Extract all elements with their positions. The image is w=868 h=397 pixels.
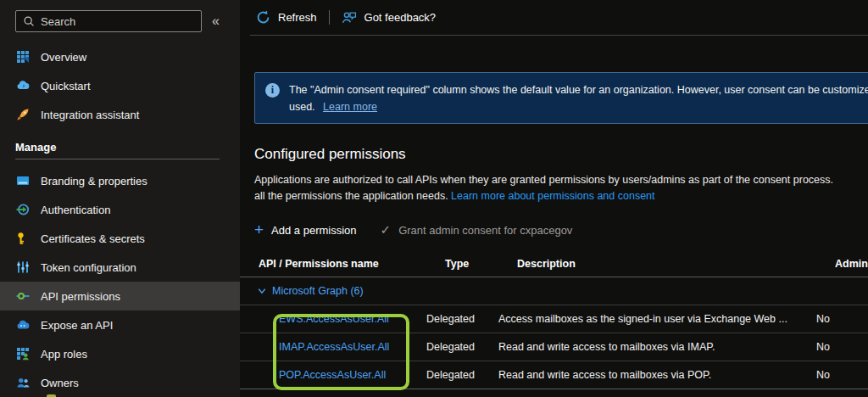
branding-icon xyxy=(16,174,30,187)
add-permission-label: Add a permission xyxy=(271,224,356,237)
sidebar-item-label: Certificates & secrets xyxy=(41,232,145,245)
sidebar: « Overview Quickstart xyxy=(0,0,240,397)
header-api-permissions-name: API / Permissions name xyxy=(259,258,445,270)
info-banner-text: The "Admin consent required" column show… xyxy=(289,81,868,115)
sidebar-item-label: API permissions xyxy=(41,290,120,303)
permission-admin-consent: No xyxy=(816,313,868,325)
sidebar-item-api-permissions[interactable]: API permissions xyxy=(0,282,240,310)
refresh-icon xyxy=(256,10,270,25)
add-permission-button[interactable]: + Add a permission xyxy=(254,223,357,237)
sidebar-item-label: Token configuration xyxy=(41,261,136,274)
info-banner-line2: used. Learn more xyxy=(289,98,868,115)
permissions-consent-link[interactable]: Learn more about permissions and consent xyxy=(451,190,654,202)
toolbar-bottom-divider xyxy=(250,35,868,36)
permission-admin-consent: No xyxy=(816,369,868,381)
permission-admin-consent: No xyxy=(816,341,868,353)
grant-admin-consent-button[interactable]: ✓ Grant admin consent for cxpacegov xyxy=(381,222,573,238)
table-row[interactable]: EWS.AccessAsUser.All Delegated Access ma… xyxy=(240,305,868,333)
feedback-icon xyxy=(342,10,357,25)
sidebar-item-integration-assistant[interactable]: Integration assistant xyxy=(0,100,240,129)
overview-grid-icon xyxy=(16,50,30,64)
chevron-down-icon xyxy=(257,286,267,296)
info-banner-line2-text: used. xyxy=(289,101,315,113)
sidebar-item-label: Overview xyxy=(41,51,86,64)
expose-api-cloud-icon xyxy=(16,318,30,332)
description-line2-text: all the permissions the application need… xyxy=(254,190,451,202)
permission-link-ews[interactable]: EWS.AccessAsUser.All xyxy=(279,313,389,325)
sidebar-item-expose-an-api[interactable]: Expose an API xyxy=(0,310,240,339)
header-description: Description xyxy=(517,258,835,270)
feedback-label: Got feedback? xyxy=(364,11,437,24)
sidebar-item-label: App roles xyxy=(41,348,87,361)
sidebar-item-label: Branding & properties xyxy=(41,175,147,187)
permission-link-imap[interactable]: IMAP.AccessAsUser.All xyxy=(279,341,389,353)
permission-description: Access mailboxes as the signed-in user v… xyxy=(498,313,816,325)
description-line1: Applications are authorized to call APIs… xyxy=(254,172,868,188)
sidebar-item-authentication[interactable]: Authentication xyxy=(0,195,240,224)
header-type: Type xyxy=(445,258,517,270)
page-title: Configured permissions xyxy=(254,146,406,163)
refresh-button[interactable]: Refresh xyxy=(256,10,317,25)
table-row[interactable]: IMAP.AccessAsUser.All Delegated Read and… xyxy=(240,333,868,361)
sidebar-item-token-configuration[interactable]: Token configuration xyxy=(0,253,240,282)
app-roles-icon xyxy=(16,347,30,361)
quickstart-cloud-icon xyxy=(16,79,30,92)
sidebar-item-app-roles[interactable]: App roles xyxy=(0,339,240,368)
collapse-sidebar-icon[interactable]: « xyxy=(212,14,220,29)
description-line2: all the permissions the application need… xyxy=(254,188,868,204)
owners-people-icon xyxy=(16,376,30,389)
sidebar-item-label: Authentication xyxy=(41,204,110,216)
sidebar-item-quickstart[interactable]: Quickstart xyxy=(0,71,240,100)
sidebar-item-label: Expose an API xyxy=(41,319,113,332)
permission-description: Read and write access to mailboxes via P… xyxy=(498,369,816,381)
toolbar-divider xyxy=(329,10,330,25)
checkmark-icon: ✓ xyxy=(381,222,392,238)
info-banner-line1: The "Admin consent required" column show… xyxy=(289,81,868,98)
search-icon xyxy=(23,15,35,27)
sidebar-nav-top: Overview Quickstart Integration assistan… xyxy=(0,42,240,129)
refresh-label: Refresh xyxy=(278,11,317,24)
integration-assistant-rocket-icon xyxy=(16,108,30,121)
sidebar-search-row: « xyxy=(0,0,240,36)
sidebar-item-branding-properties[interactable]: Branding & properties xyxy=(0,166,240,195)
api-permissions-icon xyxy=(16,289,30,303)
permissions-table: API / Permissions name Type Description … xyxy=(240,251,868,389)
sliders-icon xyxy=(16,260,30,274)
sidebar-nav-manage: Branding & properties Authentication Cer… xyxy=(0,166,240,397)
table-commands: + Add a permission ✓ Grant admin consent… xyxy=(254,222,572,238)
permission-type: Delegated xyxy=(426,341,498,353)
key-icon xyxy=(16,232,30,245)
table-header-row: API / Permissions name Type Description … xyxy=(240,251,868,277)
sidebar-item-label: Owners xyxy=(41,377,79,389)
search-box[interactable] xyxy=(15,10,202,32)
permission-description: Read and write access to mailboxes via I… xyxy=(498,341,816,353)
learn-more-link[interactable]: Learn more xyxy=(323,101,377,113)
manage-divider xyxy=(15,159,220,159)
sidebar-item-overview[interactable]: Overview xyxy=(0,42,240,71)
manage-section-label: Manage xyxy=(0,129,240,159)
info-icon: i xyxy=(265,83,280,98)
permission-type: Delegated xyxy=(426,369,498,381)
grant-admin-consent-label: Grant admin consent for cxpacegov xyxy=(398,224,572,237)
command-toolbar: Refresh Got feedback? xyxy=(240,0,868,35)
sidebar-item-owners[interactable]: Owners xyxy=(0,368,240,397)
info-banner: i The "Admin consent required" column sh… xyxy=(254,72,868,124)
microsoft-graph-label: Microsoft Graph (6) xyxy=(272,285,364,297)
main-content: Refresh Got feedback? i The "Admin conse… xyxy=(240,0,868,397)
sidebar-item-certificates-secrets[interactable]: Certificates & secrets xyxy=(0,224,240,253)
sidebar-item-label: Quickstart xyxy=(41,80,91,92)
sidebar-item-label: Integration assistant xyxy=(41,109,139,121)
header-admin-consent: Admin consent required xyxy=(835,258,868,270)
microsoft-graph-group-row[interactable]: Microsoft Graph (6) xyxy=(240,277,868,305)
permission-link-pop[interactable]: POP.AccessAsUser.All xyxy=(279,369,386,381)
permissions-description: Applications are authorized to call APIs… xyxy=(254,172,868,204)
permission-type: Delegated xyxy=(426,313,498,325)
table-row[interactable]: POP.AccessAsUser.All Delegated Read and … xyxy=(240,361,868,389)
plus-icon: + xyxy=(254,223,264,237)
authentication-icon xyxy=(16,203,30,216)
search-input[interactable] xyxy=(41,15,194,28)
got-feedback-button[interactable]: Got feedback? xyxy=(342,10,437,25)
